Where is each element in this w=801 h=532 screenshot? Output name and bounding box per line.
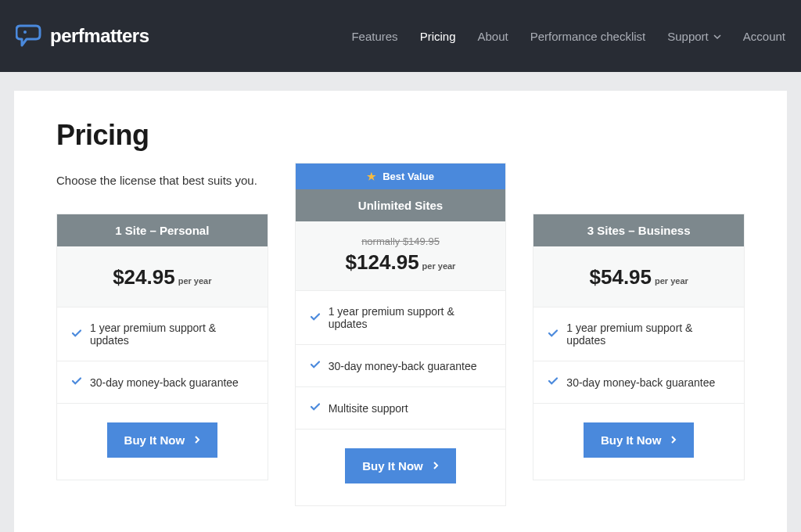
main-content: Pricing Choose the license that best sui… bbox=[14, 91, 787, 532]
plan-price-box: normally $149.95 $124.95per year bbox=[296, 221, 506, 291]
best-value-label: Best Value bbox=[383, 171, 434, 182]
plan-feature: 30-day money-back guarantee bbox=[57, 361, 268, 404]
plan-buy-wrap: Buy It Now bbox=[296, 430, 506, 505]
plan-title: 3 Sites – Business bbox=[533, 214, 744, 246]
star-icon: ★ bbox=[367, 171, 376, 182]
plan-feature-text: 1 year premium support & updates bbox=[329, 305, 492, 330]
check-icon bbox=[548, 328, 559, 341]
plan-period: per year bbox=[422, 261, 456, 271]
plan-price: $54.95 bbox=[590, 265, 652, 289]
plan-feature-text: 30-day money-back guarantee bbox=[566, 376, 715, 389]
plan-feature: 1 year premium support & updates bbox=[533, 307, 744, 361]
plan-personal: 1 Site – Personal $24.95per year 1 year … bbox=[56, 214, 268, 480]
nav-account[interactable]: Account bbox=[743, 30, 785, 43]
plan-price: $124.95 bbox=[346, 250, 419, 275]
nav-features[interactable]: Features bbox=[351, 30, 397, 43]
plan-title: 1 Site – Personal bbox=[57, 214, 268, 246]
check-icon bbox=[310, 359, 321, 372]
buy-label: Buy It Now bbox=[124, 433, 185, 447]
plan-price-box: $54.95per year bbox=[533, 246, 744, 307]
pricing-plans: 1 Site – Personal $24.95per year 1 year … bbox=[56, 214, 745, 506]
plan-feature-text: 1 year premium support & updates bbox=[90, 322, 253, 347]
brand-logo[interactable]: perfmatters bbox=[16, 23, 149, 49]
buy-button-business[interactable]: Buy It Now bbox=[584, 422, 695, 458]
page-title: Pricing bbox=[56, 119, 745, 152]
plan-feature: 1 year premium support & updates bbox=[296, 291, 506, 345]
check-icon bbox=[548, 376, 559, 389]
nav-links: Features Pricing About Performance check… bbox=[351, 30, 785, 43]
plan-feature-text: 1 year premium support & updates bbox=[566, 322, 730, 347]
plan-price-box: $24.95per year bbox=[57, 246, 268, 307]
brand-name: perfmatters bbox=[50, 25, 149, 47]
plan-feature-text: Multisite support bbox=[329, 402, 408, 415]
plan-unlimited: ★ Best Value Unlimited Sites normally $1… bbox=[295, 163, 507, 506]
plan-strike-price: normally $149.95 bbox=[304, 235, 498, 247]
plan-feature: 1 year premium support & updates bbox=[57, 307, 268, 361]
best-value-badge: ★ Best Value bbox=[296, 164, 506, 189]
logo-icon bbox=[16, 23, 44, 49]
buy-label: Buy It Now bbox=[362, 459, 423, 473]
buy-button-personal[interactable]: Buy It Now bbox=[107, 422, 218, 458]
plan-feature-text: 30-day money-back guarantee bbox=[329, 360, 477, 372]
chevron-right-icon bbox=[433, 461, 439, 472]
chevron-right-icon bbox=[670, 435, 677, 446]
chevron-down-icon bbox=[713, 30, 721, 43]
buy-label: Buy It Now bbox=[601, 433, 662, 447]
plan-feature-text: 30-day money-back guarantee bbox=[90, 376, 239, 389]
plan-feature: Multisite support bbox=[296, 387, 506, 430]
nav-checklist[interactable]: Performance checklist bbox=[530, 30, 646, 43]
plan-business: 3 Sites – Business $54.95per year 1 year… bbox=[533, 214, 745, 480]
nav-support[interactable]: Support bbox=[667, 30, 721, 43]
nav-about[interactable]: About bbox=[477, 30, 508, 43]
plan-period: per year bbox=[655, 276, 688, 286]
plan-buy-wrap: Buy It Now bbox=[533, 404, 744, 480]
nav-support-label: Support bbox=[667, 30, 709, 43]
plan-period: per year bbox=[178, 276, 212, 286]
buy-button-unlimited[interactable]: Buy It Now bbox=[345, 448, 456, 483]
plan-feature: 30-day money-back guarantee bbox=[533, 361, 744, 404]
chevron-right-icon bbox=[194, 435, 200, 446]
check-icon bbox=[71, 376, 82, 389]
plan-buy-wrap: Buy It Now bbox=[57, 404, 268, 480]
plan-feature: 30-day money-back guarantee bbox=[296, 345, 506, 387]
plan-title: Unlimited Sites bbox=[296, 189, 506, 221]
check-icon bbox=[310, 311, 321, 325]
plan-price: $24.95 bbox=[113, 265, 175, 289]
check-icon bbox=[310, 401, 321, 415]
navbar: perfmatters Features Pricing About Perfo… bbox=[0, 0, 801, 72]
nav-pricing[interactable]: Pricing bbox=[420, 30, 456, 43]
check-icon bbox=[71, 328, 82, 341]
svg-point-0 bbox=[23, 31, 27, 34]
